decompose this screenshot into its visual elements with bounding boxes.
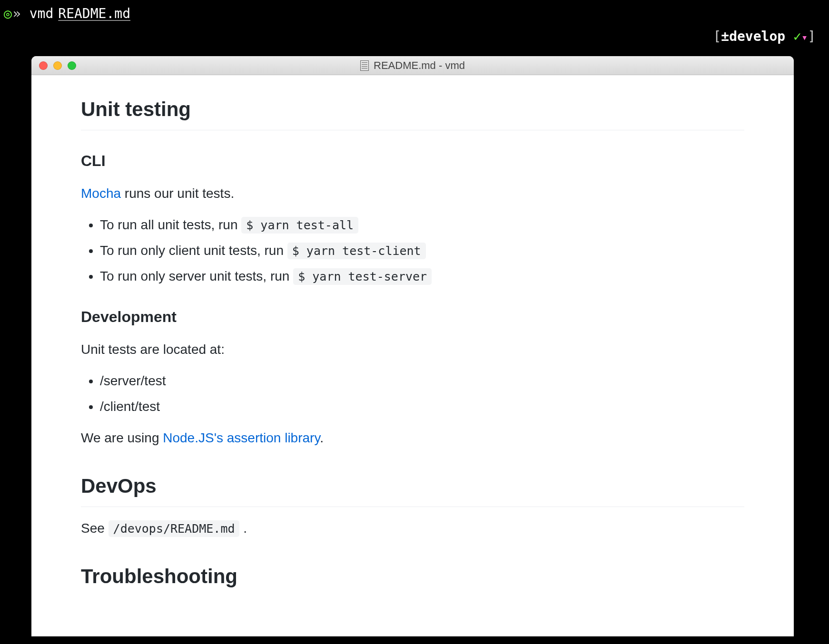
terminal-command: vmd	[30, 6, 54, 21]
code-test-server: $ yarn test-server	[293, 268, 432, 285]
li-text: To run only client unit tests, run	[100, 243, 287, 258]
list-item: To run all unit tests, run $ yarn test-a…	[100, 215, 744, 235]
li-text: To run only server unit tests, run	[100, 269, 293, 283]
markdown-content[interactable]: Unit testing CLI Mocha runs our unit tes…	[31, 75, 794, 591]
list-item: To run only client unit tests, run $ yar…	[100, 241, 744, 261]
list-item: /client/test	[100, 397, 744, 417]
code-test-all: $ yarn test-all	[241, 217, 358, 234]
list-item: /server/test	[100, 371, 744, 391]
app-window: README.md - vmd Unit testing CLI Mocha r…	[31, 56, 794, 636]
devops-pre: See	[81, 521, 109, 536]
list-item: To run only server unit tests, run $ yar…	[100, 266, 744, 286]
git-pm-icon: ±	[721, 29, 729, 44]
terminal[interactable]: ◎» vmd README.md [±develop ✓▾]	[4, 6, 825, 21]
terminal-argument: README.md	[58, 6, 130, 21]
window-title: README.md - vmd	[374, 59, 465, 72]
bracket-open: [	[713, 29, 721, 44]
devops-paragraph: See /devops/README.md .	[81, 518, 744, 538]
devops-tail: .	[239, 521, 247, 536]
check-icon: ✓	[793, 29, 801, 44]
close-button[interactable]	[39, 61, 48, 70]
terminal-git-status: [±develop ✓▾]	[713, 29, 816, 44]
zoom-button[interactable]	[68, 61, 76, 70]
assertion-link[interactable]: Node.JS's assertion library	[163, 430, 320, 445]
terminal-command-line: ◎» vmd README.md	[4, 6, 825, 21]
heading-troubleshooting: Troubleshooting	[81, 561, 744, 591]
git-branch: develop	[729, 29, 785, 44]
assert-pre: We are using	[81, 430, 163, 445]
triangle-down-icon: ▾	[801, 31, 808, 43]
document-icon	[360, 60, 369, 71]
dev-list: /server/test /client/test	[100, 371, 744, 417]
heading-devops: DevOps	[81, 471, 744, 507]
code-devops-readme: /devops/README.md	[109, 520, 240, 537]
prompt-arrow-icon: »	[13, 6, 21, 21]
mocha-paragraph: Mocha runs our unit tests.	[81, 184, 744, 204]
assertion-paragraph: We are using Node.JS's assertion library…	[81, 428, 744, 448]
minimize-button[interactable]	[53, 61, 62, 70]
titlebar[interactable]: README.md - vmd	[31, 56, 794, 75]
assert-tail: .	[320, 430, 324, 445]
cli-list: To run all unit tests, run $ yarn test-a…	[100, 215, 744, 286]
heading-unit-testing: Unit testing	[81, 94, 744, 130]
heading-development: Development	[81, 305, 744, 328]
prompt-icon: ◎	[4, 6, 12, 21]
mocha-tail: runs our unit tests.	[121, 186, 234, 201]
bracket-close: ]	[808, 29, 816, 44]
dev-intro: Unit tests are located at:	[81, 340, 744, 360]
mocha-link[interactable]: Mocha	[81, 186, 121, 201]
li-text: To run all unit tests, run	[100, 217, 241, 232]
window-title-container: README.md - vmd	[31, 59, 794, 72]
heading-cli: CLI	[81, 149, 744, 172]
code-test-client: $ yarn test-client	[287, 243, 426, 259]
traffic-lights	[39, 61, 76, 70]
